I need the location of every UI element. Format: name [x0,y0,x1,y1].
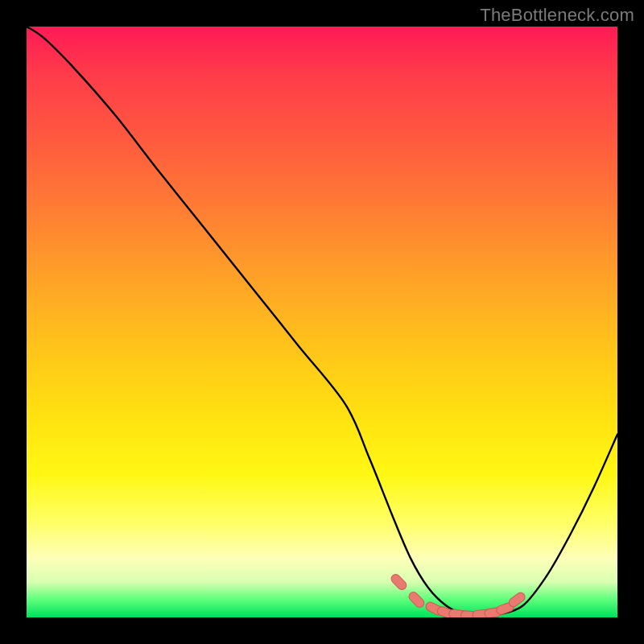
chart-svg [27,27,617,617]
chart-frame: TheBottleneck.com [0,0,644,644]
optimal-range-markers [390,572,527,617]
marker-pill [390,572,408,591]
marker-pill [407,590,426,609]
bottleneck-curve [27,27,617,617]
plot-area [27,27,617,617]
watermark-text: TheBottleneck.com [480,5,634,26]
